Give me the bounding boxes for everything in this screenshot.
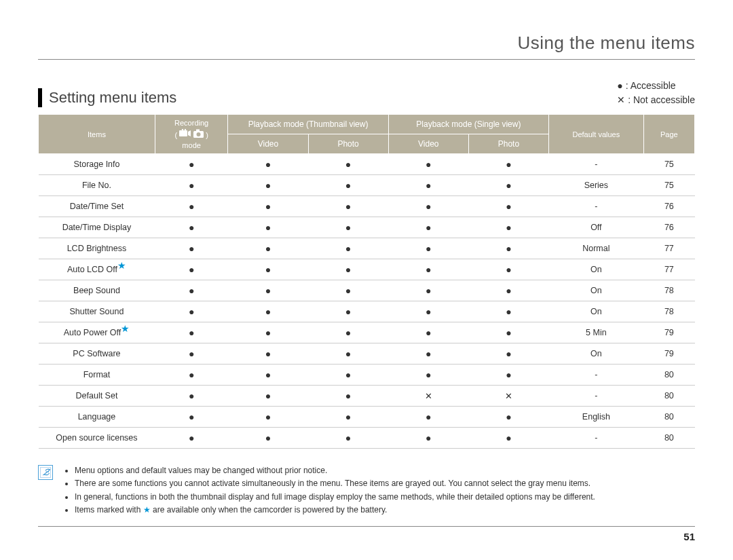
legend-accessible-label: : Accessible [623,80,676,91]
access-cell: ● [308,386,388,407]
access-cell: ● [308,238,388,259]
access-cell: ● [155,386,227,407]
access-cell: ● [228,175,308,196]
note-item: In general, functions in both the thumbn… [75,491,595,503]
access-cell: ● [155,407,227,428]
access-cell: ● [388,301,468,322]
default-value: - [549,154,644,175]
item-name: Shutter Sound [39,301,155,322]
section-title-text: Setting menu items [49,89,176,107]
access-cell: ✕ [388,386,468,407]
access-cell: ● [388,259,468,280]
svg-rect-4 [196,130,200,132]
paren-close: ) [206,131,208,139]
access-cell: ● [388,238,468,259]
access-cell: ● [468,217,548,238]
recording-label-top: Recording [159,119,223,127]
page-ref: 78 [643,280,694,301]
default-value: Series [549,175,644,196]
notes-list: Menu options and default values may be c… [62,465,595,518]
page-ref: 79 [643,322,694,343]
access-cell: ● [388,365,468,386]
access-cell: ● [388,175,468,196]
page-ref: 80 [643,428,694,449]
item-name: Open source licenses [39,428,155,449]
table-row: Format●●●●●-80 [39,365,695,386]
mode-icons [179,129,204,138]
page-ref: 75 [643,175,694,196]
note-item: There are some functions you cannot acti… [75,478,595,489]
access-cell: ● [155,259,227,280]
access-cell: ● [228,196,308,217]
paren-open: ( [174,131,177,139]
default-value: On [549,343,644,365]
access-cell: ● [308,322,388,343]
page-ref: 80 [643,365,694,386]
access-cell: ● [228,365,308,386]
item-name: Storage Info [39,154,155,175]
default-value: On [549,259,644,280]
access-cell: ● [228,301,308,322]
legend-x-icon: ✕ [617,94,625,105]
col-thumb: Playback mode (Thumbnail view) [228,115,388,134]
access-cell: ● [155,343,227,365]
access-cell: ● [308,196,388,217]
access-cell: ● [468,175,548,196]
item-name: Date/Time Display [39,217,155,238]
access-cell: ● [155,280,227,301]
item-name: LCD Brightness [39,238,155,259]
star-icon: ★ [121,323,130,334]
table-row: Language●●●●●English80 [39,407,695,428]
col-page: Page [643,115,694,154]
access-cell: ● [388,322,468,343]
access-cell: ● [388,428,468,449]
note-item: Menu options and default values may be c… [75,465,595,477]
access-cell: ● [388,280,468,301]
svg-rect-0 [179,130,187,136]
access-cell: ● [468,154,548,175]
col-recording: Recording ( ) mode [155,115,227,154]
default-value: - [549,428,644,449]
item-name: File No. [39,175,155,196]
access-cell: ● [388,196,468,217]
notes-box: 𝓩 Menu options and default values may be… [38,465,695,518]
access-cell: ● [228,428,308,449]
access-cell: ● [155,322,227,343]
table-row: LCD Brightness●●●●●Normal77 [39,238,695,259]
col-single-photo: Photo [468,134,548,154]
page-title: Using the menu items [38,33,695,60]
page-ref: 80 [643,407,694,428]
item-name: Auto LCD Off★ [39,259,155,280]
access-cell: ● [468,238,548,259]
note-item: Items marked with ★ are available only w… [75,504,595,516]
access-cell: ● [228,154,308,175]
item-name: Date/Time Set [39,196,155,217]
table-body: Storage Info●●●●●-75File No.●●●●●Series7… [39,154,695,449]
col-defaults: Default values [549,115,644,154]
access-cell: ● [388,343,468,365]
svg-point-1 [182,129,183,130]
access-cell: ● [155,238,227,259]
table-row: PC Software●●●●●On79 [39,343,695,365]
video-mode-icon [179,129,191,138]
access-cell: ● [155,154,227,175]
page-ref: 76 [643,217,694,238]
item-name: Format [39,365,155,386]
col-items: Items [39,115,155,154]
heading-bar [38,88,42,107]
access-cell: ✕ [468,386,548,407]
settings-table: Items Recording ( ) mode Playback mode (… [38,114,695,449]
access-cell: ● [308,428,388,449]
item-name: Default Set [39,386,155,407]
table-row: Date/Time Display●●●●●Off76 [39,217,695,238]
table-row: Beep Sound●●●●●On78 [39,280,695,301]
default-value: Normal [549,238,644,259]
default-value: On [549,280,644,301]
access-cell: ● [468,428,548,449]
access-cell: ● [468,280,548,301]
access-cell: ● [308,154,388,175]
access-cell: ● [468,301,548,322]
access-cell: ● [228,238,308,259]
page-ref: 76 [643,196,694,217]
legend-not-accessible-label: : Not accessible [625,94,695,105]
